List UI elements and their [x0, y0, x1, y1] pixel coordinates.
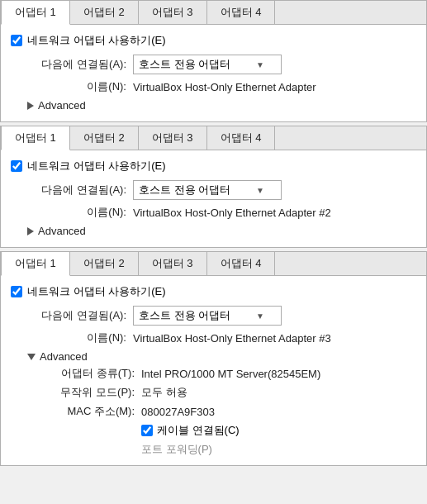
- tab-bar-1: 어댑터 1어댑터 2어댑터 3어댑터 4: [1, 1, 426, 25]
- adv-cable-row-3: 케이블 연결됨(C): [44, 423, 416, 438]
- name-row-3: 이름(N):VirtualBox Host-Only Ethernet Adap…: [11, 330, 416, 345]
- adapter-panel-3: 어댑터 1어댑터 2어댑터 3어댑터 4네트워크 어댑터 사용하기(E)다음에 …: [0, 251, 427, 466]
- tab-bar-2: 어댑터 1어댑터 2어댑터 3어댑터 4: [1, 126, 426, 150]
- attach-label-1: 다음에 연결됨(A):: [27, 57, 126, 72]
- attach-select-3[interactable]: 호스트 전용 어댑터▼: [133, 306, 282, 326]
- name-value-2: VirtualBox Host-Only Ethernet Adapter #2: [133, 207, 331, 219]
- attach-select-2[interactable]: 호스트 전용 어댑터▼: [133, 180, 282, 200]
- adv-promisc-row-3: 무작위 모드(P):모두 허용: [44, 385, 416, 400]
- advanced-label-1: Advanced: [38, 99, 86, 112]
- adv-mac-value: 080027A9F303: [141, 406, 215, 418]
- dropdown-arrow-1: ▼: [256, 60, 264, 69]
- adv-promisc-value: 모두 허용: [141, 385, 187, 400]
- tab-adapter-1[interactable]: 어댑터 1: [1, 252, 70, 276]
- attach-dropdown-3[interactable]: 호스트 전용 어댑터▼: [133, 306, 416, 326]
- enable-label-2: 네트워크 어댑터 사용하기(E): [27, 159, 166, 174]
- adv-cable-checkbox-3[interactable]: [141, 425, 153, 436]
- enable-label-3: 네트워크 어댑터 사용하기(E): [27, 284, 166, 299]
- enable-checkbox-row-1: 네트워크 어댑터 사용하기(E): [11, 33, 416, 48]
- name-label-1: 이름(N):: [27, 79, 126, 94]
- name-value-3: VirtualBox Host-Only Ethernet Adapter #3: [133, 332, 331, 345]
- tab-adapter-2[interactable]: 어댑터 2: [70, 126, 139, 150]
- attach-row-1: 다음에 연결됨(A):호스트 전용 어댑터▼: [11, 55, 416, 74]
- attach-row-3: 다음에 연결됨(A):호스트 전용 어댑터▼: [11, 306, 416, 326]
- tab-adapter-1[interactable]: 어댑터 1: [1, 126, 70, 150]
- enable-checkbox-row-3: 네트워크 어댑터 사용하기(E): [11, 284, 416, 299]
- adv-promisc-label: 무작위 모드(P):: [44, 385, 135, 400]
- attach-value-3: 호스트 전용 어댑터: [139, 308, 230, 323]
- tab-adapter-4[interactable]: 어댑터 4: [207, 252, 276, 275]
- attach-label-3: 다음에 연결됨(A):: [27, 308, 126, 323]
- tab-adapter-3[interactable]: 어댑터 3: [139, 252, 207, 275]
- advanced-section-3: 어댑터 종류(T):Intel PRO/1000 MT Server(82545…: [11, 366, 416, 457]
- enable-checkbox-row-2: 네트워크 어댑터 사용하기(E): [11, 159, 416, 174]
- name-label-3: 이름(N):: [27, 330, 126, 345]
- advanced-triangle-1: [27, 102, 34, 110]
- name-row-1: 이름(N):VirtualBox Host-Only Ethernet Adap…: [11, 79, 416, 94]
- tab-adapter-4[interactable]: 어댑터 4: [207, 1, 276, 24]
- tab-adapter-2[interactable]: 어댑터 2: [70, 1, 139, 24]
- panel-body-3: 네트워크 어댑터 사용하기(E)다음에 연결됨(A):호스트 전용 어댑터▼이름…: [1, 276, 426, 465]
- panel-body-2: 네트워크 어댑터 사용하기(E)다음에 연결됨(A):호스트 전용 어댑터▼이름…: [1, 150, 426, 247]
- dropdown-arrow-2: ▼: [256, 186, 264, 195]
- dropdown-arrow-3: ▼: [256, 311, 264, 321]
- enable-label-1: 네트워크 어댑터 사용하기(E): [27, 33, 166, 48]
- adv-portfwd-3[interactable]: 포트 포워딩(P): [44, 442, 416, 457]
- attach-row-2: 다음에 연결됨(A):호스트 전용 어댑터▼: [11, 180, 416, 200]
- name-value-1: VirtualBox Host-Only Ethernet Adapter: [133, 81, 316, 93]
- name-row-2: 이름(N):VirtualBox Host-Only Ethernet Adap…: [11, 205, 416, 220]
- attach-dropdown-2[interactable]: 호스트 전용 어댑터▼: [133, 180, 416, 200]
- adv-mac-label: MAC 주소(M):: [44, 404, 135, 419]
- advanced-row-2[interactable]: Advanced: [11, 225, 416, 237]
- advanced-row-3[interactable]: Advanced: [11, 350, 416, 363]
- attach-label-2: 다음에 연결됨(A):: [27, 183, 126, 197]
- adv-type-row-3: 어댑터 종류(T):Intel PRO/1000 MT Server(82545…: [44, 366, 416, 381]
- adv-type-value: Intel PRO/1000 MT Server(82545EM): [141, 368, 320, 380]
- enable-checkbox-2[interactable]: [11, 160, 22, 172]
- name-label-2: 이름(N):: [27, 205, 126, 220]
- advanced-label-3: Advanced: [40, 350, 88, 363]
- adv-type-label: 어댑터 종류(T):: [44, 366, 135, 381]
- adapter-panel-1: 어댑터 1어댑터 2어댑터 3어댑터 4네트워크 어댑터 사용하기(E)다음에 …: [0, 0, 427, 122]
- adapter-panel-2: 어댑터 1어댑터 2어댑터 3어댑터 4네트워크 어댑터 사용하기(E)다음에 …: [0, 126, 427, 248]
- tab-adapter-4[interactable]: 어댑터 4: [207, 126, 276, 150]
- advanced-label-2: Advanced: [38, 225, 86, 237]
- attach-dropdown-1[interactable]: 호스트 전용 어댑터▼: [133, 55, 416, 74]
- attach-select-1[interactable]: 호스트 전용 어댑터▼: [133, 55, 282, 74]
- panel-body-1: 네트워크 어댑터 사용하기(E)다음에 연결됨(A):호스트 전용 어댑터▼이름…: [1, 25, 426, 121]
- attach-value-1: 호스트 전용 어댑터: [139, 57, 230, 72]
- enable-checkbox-3[interactable]: [11, 286, 22, 297]
- tab-bar-3: 어댑터 1어댑터 2어댑터 3어댑터 4: [1, 252, 426, 276]
- advanced-row-1[interactable]: Advanced: [11, 99, 416, 112]
- enable-checkbox-1[interactable]: [11, 35, 22, 46]
- adv-cable-label-3: 케이블 연결됨(C): [157, 423, 240, 438]
- tab-adapter-2[interactable]: 어댑터 2: [70, 252, 139, 275]
- tab-adapter-3[interactable]: 어댑터 3: [139, 1, 207, 24]
- advanced-triangle-2: [27, 227, 34, 235]
- adv-mac-row-3: MAC 주소(M):080027A9F303: [44, 404, 416, 419]
- advanced-triangle-3: [27, 354, 36, 360]
- adv-cable-inline-3: 케이블 연결됨(C): [141, 423, 240, 438]
- tab-adapter-1[interactable]: 어댑터 1: [1, 1, 70, 25]
- attach-value-2: 호스트 전용 어댑터: [139, 183, 230, 197]
- tab-adapter-3[interactable]: 어댑터 3: [139, 126, 207, 150]
